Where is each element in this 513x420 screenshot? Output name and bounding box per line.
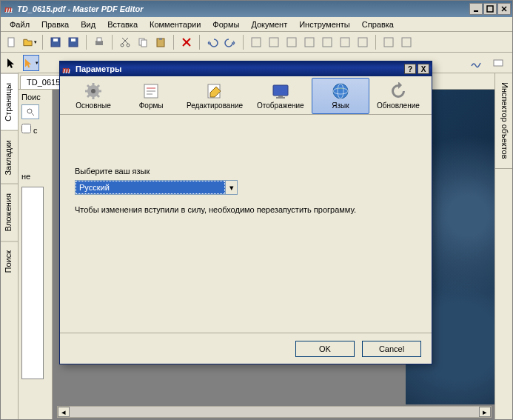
copy-button[interactable] [135, 34, 151, 50]
tool-a-button[interactable] [248, 34, 264, 50]
tab-display[interactable]: Отображение [249, 78, 312, 114]
tab-language-label: Язык [332, 101, 349, 110]
ok-button[interactable]: OK [295, 341, 355, 357]
side-tab-attachments[interactable]: Вложения [1, 184, 18, 241]
search-label: Поис [21, 93, 49, 101]
language-select[interactable]: Русский ▾ [75, 180, 238, 195]
menu-help[interactable]: Справка [356, 19, 400, 30]
svg-line-39 [87, 95, 90, 97]
scroll-thumb[interactable] [70, 407, 479, 417]
edit-tool[interactable]: ▾ [23, 55, 39, 71]
maximize-button[interactable] [483, 3, 497, 15]
cancel-button[interactable]: Cancel [362, 341, 421, 357]
menu-view[interactable]: Вид [75, 19, 101, 30]
svg-point-32 [91, 89, 95, 93]
case-checkbox[interactable]: с [21, 124, 49, 135]
menubar: Файл Правка Вид Вставка Комментарии Форм… [1, 17, 512, 32]
menu-document[interactable]: Документ [245, 19, 293, 30]
dialog-tabs: Основные Формы Редактирование Отображени… [60, 76, 432, 115]
toolbar-main: ▾ [1, 32, 512, 53]
tool-h-button[interactable] [380, 34, 397, 50]
close-button[interactable] [497, 3, 511, 15]
svg-point-29 [27, 109, 32, 113]
svg-rect-4 [8, 38, 14, 47]
side-tab-pages[interactable]: Страницы [1, 73, 18, 130]
menu-file[interactable]: Файл [4, 19, 36, 30]
save-as-button[interactable] [65, 34, 81, 50]
search-icon[interactable] [21, 104, 39, 119]
search-panel: Поис с не [19, 90, 53, 419]
tab-update[interactable]: Обновление [369, 78, 427, 114]
edit-icon [206, 82, 224, 100]
svg-line-30 [32, 113, 34, 116]
side-tab-search[interactable]: Поиск [1, 241, 18, 281]
svg-rect-26 [384, 38, 393, 47]
svg-rect-14 [141, 40, 147, 47]
svg-rect-22 [305, 38, 314, 47]
svg-rect-19 [252, 38, 261, 47]
svg-rect-6 [53, 39, 58, 41]
app-icon: m [2, 3, 14, 15]
cut-button[interactable] [117, 34, 133, 50]
scroll-right-icon[interactable]: ▸ [479, 407, 491, 417]
dialog-body: Выберите ваш язык Русский ▾ Чтобы измене… [60, 115, 432, 333]
tab-general[interactable]: Основные [64, 78, 122, 114]
tool-f-button[interactable] [337, 34, 353, 50]
tool-b-button[interactable] [266, 34, 282, 50]
tab-language[interactable]: Язык [312, 78, 369, 114]
delete-button[interactable] [178, 34, 195, 50]
horizontal-scrollbar[interactable]: ◂ ▸ [57, 406, 492, 418]
menu-comments[interactable]: Комментарии [144, 19, 207, 30]
sign-tool[interactable] [468, 55, 484, 71]
tab-editing[interactable]: Редактирование [180, 78, 249, 114]
tool-i-button[interactable] [398, 34, 415, 50]
minimize-button[interactable] [469, 3, 483, 15]
hint-fragment: не [21, 172, 49, 181]
svg-rect-25 [358, 38, 367, 47]
menu-insert[interactable]: Вставка [101, 19, 144, 30]
tab-forms-label: Формы [139, 101, 164, 110]
svg-rect-21 [287, 38, 296, 47]
tab-editing-label: Редактирование [187, 101, 243, 110]
svg-rect-23 [323, 38, 332, 47]
titlebar: m TD_0615.pdf - Master PDF Editor [1, 1, 512, 17]
tool-g-button[interactable] [355, 34, 371, 50]
tab-forms[interactable]: Формы [122, 78, 180, 114]
monitor-icon [272, 82, 289, 100]
menu-forms[interactable]: Формы [207, 19, 245, 30]
save-button[interactable] [47, 34, 64, 50]
undo-button[interactable] [204, 34, 221, 50]
svg-rect-1 [487, 6, 493, 12]
print-button[interactable] [91, 34, 107, 50]
dialog-help-button[interactable]: ? [404, 64, 416, 74]
svg-rect-27 [402, 38, 411, 47]
dialog-footer: OK Cancel [60, 333, 432, 364]
side-tab-inspector[interactable]: Инспектор объектов [495, 73, 512, 169]
form-icon [142, 82, 160, 100]
svg-rect-20 [269, 38, 278, 47]
redo-button[interactable] [222, 34, 238, 50]
paste-button[interactable] [152, 34, 169, 50]
arrow-tool[interactable] [4, 55, 20, 71]
svg-point-12 [127, 44, 130, 47]
scroll-left-icon[interactable]: ◂ [58, 407, 70, 417]
language-label: Выберите ваш язык [75, 167, 417, 176]
dialog-close-button[interactable]: X [418, 64, 429, 74]
menu-tools[interactable]: Инструменты [293, 19, 356, 30]
open-button[interactable]: ▾ [21, 34, 38, 50]
svg-point-49 [333, 84, 348, 99]
menu-edit[interactable]: Правка [36, 19, 75, 30]
dialog-titlebar: m Параметры ? X [60, 61, 432, 76]
new-button[interactable] [4, 34, 20, 50]
tool-e-button[interactable] [319, 34, 335, 50]
svg-point-11 [121, 44, 124, 47]
chevron-down-icon[interactable]: ▾ [225, 181, 237, 194]
tool-d-button[interactable] [301, 34, 318, 50]
form-tool[interactable] [490, 55, 506, 71]
side-tab-bookmarks[interactable]: Закладки [1, 130, 18, 184]
tool-c-button[interactable] [284, 34, 300, 50]
gear-icon [84, 82, 102, 100]
svg-rect-46 [273, 85, 288, 96]
refresh-icon [389, 82, 407, 100]
svg-rect-24 [341, 38, 349, 47]
